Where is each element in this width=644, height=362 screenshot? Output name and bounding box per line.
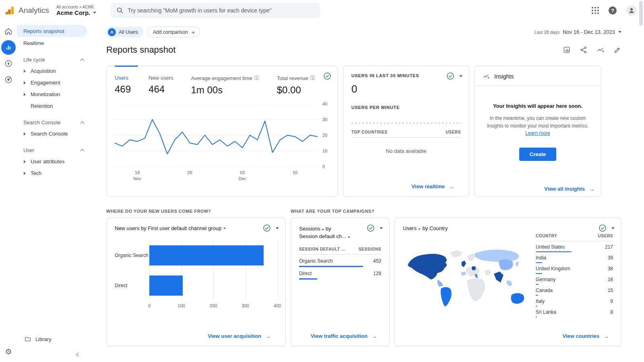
global-search[interactable] <box>111 3 320 18</box>
edit-icon[interactable] <box>613 46 621 54</box>
explore-nav-icon[interactable] <box>1 56 16 71</box>
sidebar-collapse-button[interactable] <box>74 349 82 360</box>
dimension-selector[interactable]: Session default ch... <box>299 233 350 239</box>
metric-label: Total revenue <box>277 75 308 81</box>
section-life-cycle[interactable]: Life cycle <box>17 54 90 65</box>
chevron-down-icon <box>418 228 421 230</box>
reports-nav-icon[interactable] <box>1 40 16 55</box>
selected-tab-indicator <box>115 66 138 67</box>
sidebar-item-tech[interactable]: Tech <box>17 167 90 179</box>
metric-selector[interactable]: Users <box>403 225 421 231</box>
add-comparison-chip[interactable]: Add comparison + <box>147 27 200 37</box>
view-traffic-acquisition-link[interactable]: View traffic acquisition → <box>311 333 377 339</box>
home-icon[interactable] <box>1 24 16 39</box>
analytics-logo[interactable]: Analytics <box>5 5 49 16</box>
data-quality-check-icon[interactable] <box>263 224 271 232</box>
sidebar-item-label: Reports snapshot <box>23 28 64 34</box>
arrow-right-icon: → <box>265 333 271 339</box>
x-axis-tick: 03Dec <box>239 170 247 182</box>
breadcrumb: All accounts > ACME <box>56 5 96 9</box>
users-line-yaxis: 010203040 <box>318 104 330 167</box>
expand-arrow-icon <box>24 70 26 73</box>
user-avatar[interactable] <box>626 5 637 16</box>
country-name: United Kingdom <box>536 266 570 272</box>
x-axis-tick: 19Nov <box>133 170 141 182</box>
sidebar-item-retention[interactable]: Retention <box>17 100 90 112</box>
sidebar-item-acquisition[interactable]: Acquisition <box>17 65 90 77</box>
country-row: United States 217 <box>536 244 613 252</box>
users-header: USERS <box>446 130 461 134</box>
sidebar-item-label: Tech <box>31 170 41 176</box>
customize-report-icon[interactable] <box>563 46 571 54</box>
insights-sparkline-icon[interactable] <box>597 46 605 54</box>
row-proportion-bar <box>536 295 538 296</box>
data-quality-check-icon[interactable] <box>323 72 331 80</box>
metric-tab-total-revenue[interactable]: Total revenue ⓘ $0.00 <box>277 75 315 96</box>
view-user-acquisition-link[interactable]: View user acquisition → <box>208 333 271 339</box>
chevron-down-icon[interactable] <box>223 228 226 229</box>
metric-value: 1m 00s <box>191 84 259 96</box>
users-per-minute-label: USERS PER MINUTE <box>351 105 461 110</box>
admin-gear-icon[interactable]: ⚙ <box>5 347 12 356</box>
users-line-chart <box>115 104 318 167</box>
apps-grid-icon[interactable] <box>592 7 599 14</box>
view-realtime-link[interactable]: View realtime → <box>411 183 454 190</box>
share-icon[interactable] <box>580 46 588 54</box>
row-proportion-bar <box>536 262 542 263</box>
country-users: 8 <box>610 309 613 315</box>
country-users: 38 <box>608 266 613 272</box>
sidebar-item-label: Library <box>35 336 52 342</box>
create-insight-button[interactable]: Create <box>519 148 556 161</box>
sidebar-item-monetization[interactable]: Monetization <box>17 88 90 100</box>
help-icon[interactable]: ? <box>609 6 617 14</box>
sidebar-item-search-console[interactable]: Search Console <box>17 128 90 140</box>
metric-selector[interactable]: Sessions <box>299 226 326 232</box>
table-row: Direct 129 <box>299 271 381 280</box>
country-name: United States <box>536 244 565 250</box>
section-user[interactable]: User <box>17 144 90 156</box>
expand-arrow-icon <box>24 160 26 163</box>
all-users-comparison-chip[interactable]: A All Users <box>106 27 143 37</box>
view-all-insights-link[interactable]: View all insights → <box>544 185 594 192</box>
scrollbar-thumb[interactable] <box>639 1 643 26</box>
country-row: India 39 <box>536 255 613 263</box>
x-axis-tick: 26 <box>188 170 192 176</box>
sidebar-item-reports-snapshot[interactable]: Reports snapshot <box>17 25 87 37</box>
data-quality-check-icon[interactable] <box>599 224 607 232</box>
sidebar-item-label: Monetization <box>31 91 60 97</box>
card-menu-caret-icon[interactable] <box>611 227 615 229</box>
metric-selector-label: Sessions <box>299 226 320 232</box>
row-proportion-bar <box>536 317 537 317</box>
realtime-card: USERS IN LAST 30 MINUTES 0 USERS PER MIN… <box>343 66 469 197</box>
card-menu-caret-icon[interactable] <box>459 75 462 77</box>
search-input[interactable] <box>128 7 314 14</box>
bar-direct[interactable] <box>149 276 183 296</box>
sidebar-item-library[interactable]: Library <box>17 332 90 346</box>
metric-tab-avg-engagement-time[interactable]: Average engagement time ⓘ 1m 00s <box>191 75 259 96</box>
expand-arrow-icon <box>24 81 26 84</box>
chevron-up-icon <box>80 121 85 125</box>
realtime-users-value: 0 <box>351 83 461 95</box>
data-quality-check-icon[interactable] <box>446 72 454 80</box>
card-menu-caret-icon[interactable] <box>276 227 279 229</box>
bar-organic-search[interactable] <box>149 245 264 265</box>
account-switcher[interactable]: All accounts > ACME Acme Corp. <box>56 5 96 16</box>
metric-tab-users[interactable]: Users 469 <box>115 75 131 96</box>
section-search-console[interactable]: Search Console <box>17 117 90 128</box>
link-label: View traffic acquisition <box>311 333 367 339</box>
sidebar-item-user-attributes[interactable]: User attributes <box>17 156 90 167</box>
channel-bar-xaxis: 0100200300400 <box>149 300 277 309</box>
sidebar-item-realtime[interactable]: Realtime <box>17 37 87 49</box>
metric-label: Users <box>115 75 131 81</box>
sidebar-item-engagement[interactable]: Engagement <box>17 77 90 88</box>
y-axis-tick: 20 <box>322 133 327 138</box>
data-quality-check-icon[interactable] <box>367 224 375 232</box>
row-proportion-bar <box>299 278 317 280</box>
link-label: View countries <box>562 333 599 339</box>
learn-more-link[interactable]: Learn more <box>525 130 550 136</box>
metric-tab-new-users[interactable]: New users 464 <box>149 75 173 96</box>
card-menu-caret-icon[interactable] <box>380 227 383 229</box>
date-range-picker[interactable]: Last 28 days Nov 16 - Dec 13, 2023 <box>535 29 621 35</box>
advertising-nav-icon[interactable] <box>1 72 16 87</box>
view-countries-link[interactable]: View countries → <box>562 333 609 339</box>
